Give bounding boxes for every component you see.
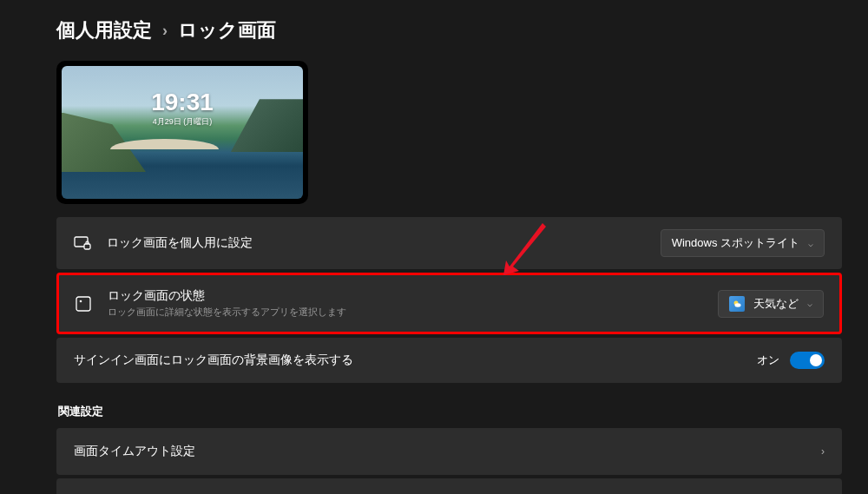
- screen-timeout-link[interactable]: 画面タイムアウト設定 ›: [56, 428, 842, 475]
- monitor-lock-icon: [74, 234, 91, 252]
- chevron-down-icon: ⌵: [807, 299, 812, 308]
- screensaver-link[interactable]: スクリーン セーバー: [56, 478, 842, 494]
- svg-point-3: [80, 300, 82, 302]
- status-dropdown[interactable]: 天気など ⌵: [718, 290, 824, 318]
- toggle-state-text: オン: [757, 352, 779, 368]
- lock-screen-status-row[interactable]: ロック画面の状態 ロック画面に詳細な状態を表示するアプリを選択します 天気など …: [56, 273, 842, 334]
- svg-rect-2: [76, 297, 90, 311]
- status-description: ロック画面に詳細な状態を表示するアプリを選択します: [108, 306, 718, 319]
- breadcrumb-parent[interactable]: 個人用設定: [56, 17, 152, 43]
- personalize-title: ロック画面を個人用に設定: [107, 235, 661, 251]
- svg-point-5: [735, 303, 741, 306]
- related-settings-header: 関連設定: [58, 404, 842, 419]
- weather-icon: [729, 296, 745, 312]
- widget-icon: [75, 295, 92, 313]
- personalize-dropdown-value: Windows スポットライト: [672, 235, 799, 251]
- breadcrumb-current: ロック画面: [178, 17, 276, 43]
- personalize-lock-screen-row[interactable]: ロック画面を個人用に設定 Windows スポットライト ⌵: [56, 217, 842, 269]
- chevron-right-icon: ›: [821, 445, 825, 458]
- lock-screen-preview[interactable]: 19:31 4月29日 (月曜日): [56, 61, 308, 204]
- signin-background-row[interactable]: サインイン画面にロック画面の背景画像を表示する オン: [56, 338, 842, 383]
- status-title: ロック画面の状態: [108, 288, 718, 304]
- personalize-dropdown[interactable]: Windows スポットライト ⌵: [661, 229, 825, 257]
- signin-background-toggle[interactable]: [790, 352, 825, 369]
- chevron-down-icon: ⌵: [808, 239, 813, 248]
- svg-rect-1: [84, 244, 90, 249]
- preview-date: 4月29日 (月曜日): [151, 116, 214, 128]
- signin-background-label: サインイン画面にロック画面の背景画像を表示する: [74, 352, 353, 368]
- breadcrumb: 個人用設定 › ロック画面: [56, 17, 842, 43]
- status-dropdown-value: 天気など: [753, 296, 799, 312]
- preview-wallpaper: 19:31 4月29日 (月曜日): [62, 66, 303, 199]
- screen-timeout-label: 画面タイムアウト設定: [74, 444, 195, 459]
- preview-clock: 19:31: [151, 90, 214, 115]
- breadcrumb-separator: ›: [162, 22, 168, 40]
